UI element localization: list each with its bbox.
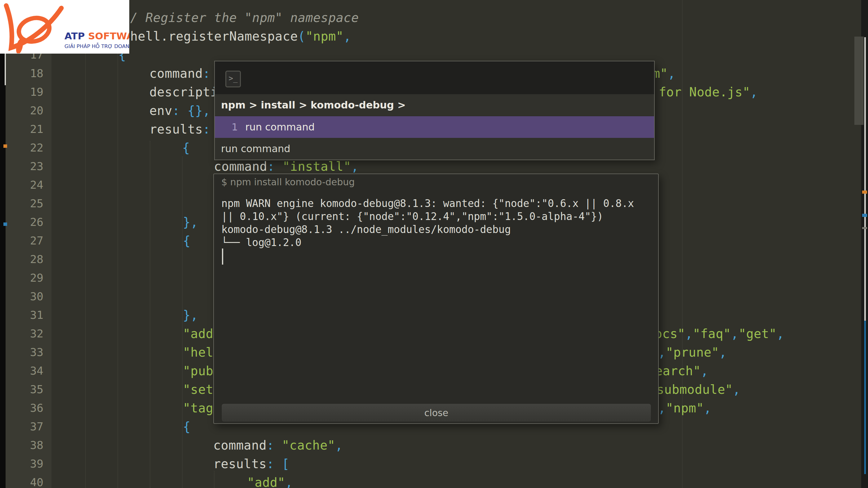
- line-number: 25: [6, 194, 43, 213]
- code-token: },: [183, 215, 198, 229]
- code-token: "install": [282, 159, 351, 173]
- code-token: command: [149, 66, 203, 80]
- code-token: "prune": [666, 345, 719, 359]
- code-line: ,"npm",: [658, 399, 711, 417]
- line-number: 26: [6, 213, 43, 231]
- code-token: "npm": [305, 29, 343, 43]
- code-token: ocs": [655, 327, 685, 341]
- right-scrollbar-thumb[interactable]: [855, 37, 864, 125]
- palette-item-selected[interactable]: 1run command: [215, 116, 654, 138]
- code-token: "tag: [183, 401, 213, 415]
- logo-word-software: SOFTWARE: [85, 30, 129, 41]
- code-token: (: [298, 29, 306, 43]
- code-token: ,: [685, 327, 693, 341]
- line-number: 34: [6, 362, 43, 380]
- code-token: ,: [731, 327, 739, 341]
- code-line: for Node.js",: [659, 83, 758, 101]
- command-palette-popup: >_ npm > install > komodo-debug > 1run c…: [214, 61, 655, 160]
- line-number: 33: [6, 343, 43, 362]
- code-token: ,: [719, 345, 727, 359]
- code-token: :: [173, 103, 188, 118]
- line-number: 37: [6, 417, 43, 436]
- line-number: 21: [6, 120, 43, 138]
- logo-wordmark: ATP SOFTWARE: [64, 30, 129, 41]
- code-token: "set: [183, 382, 213, 397]
- indent-guide: [85, 46, 86, 488]
- code-line: earch",: [655, 362, 708, 380]
- code-line: {: [183, 231, 191, 250]
- code-token: earch": [655, 364, 701, 378]
- code-token: command: [214, 159, 267, 173]
- scroll-marker-orange: [862, 191, 867, 194]
- line-number: 18: [6, 64, 43, 83]
- palette-item-label: run command: [245, 121, 315, 133]
- line-number: 35: [6, 380, 43, 399]
- scrollbar-indicator-line: [864, 37, 866, 321]
- scrollbar-indicator-blue: [864, 321, 866, 474]
- palette-item-index: 1: [231, 121, 238, 133]
- code-line: results:: [149, 120, 211, 138]
- line-number: 39: [6, 455, 43, 473]
- change-marker-blue: [3, 223, 7, 226]
- code-token: ,: [343, 29, 351, 43]
- code-token: {: [182, 141, 190, 155]
- code-token: results: [149, 122, 203, 136]
- left-scrollbar-thumb[interactable]: [5, 51, 6, 85]
- code-line: ocs","faq","get",: [655, 324, 784, 343]
- palette-item-label: run command: [221, 143, 290, 155]
- code-token: :: [203, 122, 211, 136]
- logo-word-atp: ATP: [64, 30, 85, 41]
- line-number: 19: [6, 83, 43, 101]
- code-token: results: [213, 457, 267, 471]
- code-token: "add: [183, 327, 213, 341]
- code-token: ,: [733, 382, 741, 397]
- code-token: m": [653, 66, 668, 80]
- atp-logo-mark: [2, 1, 64, 53]
- code-line: "set: [183, 380, 213, 399]
- atp-software-logo: ATP SOFTWARE GIẢI PHÁP HỖ TRỢ DOANH NGHI…: [0, 0, 129, 54]
- close-button[interactable]: close: [221, 403, 651, 422]
- line-number: 23: [6, 157, 43, 176]
- code-token: / Register the "npm" namespace: [130, 10, 359, 25]
- code-token: ,: [777, 327, 784, 341]
- breadcrumb: npm > install > komodo-debug >: [215, 94, 654, 116]
- code-token: ,: [750, 85, 758, 99]
- line-number: 24: [6, 176, 43, 194]
- logo-tagline: GIẢI PHÁP HỖ TRỢ DOANH NGHIỆP: [64, 43, 129, 49]
- code-token: :: [267, 438, 282, 452]
- line-number: 36: [6, 399, 43, 417]
- code-token: submodule": [657, 382, 733, 397]
- code-token: "npm": [666, 401, 704, 415]
- code-token: },: [183, 308, 198, 322]
- code-token: :: [203, 66, 211, 80]
- indent-guide: [150, 141, 150, 488]
- code-line: / Register the "npm" namespace: [130, 8, 359, 27]
- code-line: "add",: [247, 473, 293, 488]
- code-line: {: [183, 417, 191, 436]
- code-line: command: "cache",: [213, 436, 343, 455]
- terminal-prompt: $ npm install komodo-debug: [221, 176, 354, 188]
- code-line: results: [: [213, 455, 289, 473]
- line-number: 22: [6, 138, 43, 157]
- code-token: "cache": [282, 438, 335, 452]
- code-token: ,: [704, 401, 712, 415]
- code-token: ,: [335, 438, 343, 452]
- command-input-bar[interactable]: >_: [215, 61, 654, 94]
- code-token: ,: [285, 475, 293, 488]
- line-number: 20: [6, 101, 43, 120]
- code-token: ,: [668, 66, 676, 80]
- code-line: "tag: [183, 399, 213, 417]
- line-number: 31: [6, 306, 43, 324]
- code-token: ,: [658, 345, 666, 359]
- line-number: 40: [6, 473, 43, 488]
- close-button-label: close: [424, 408, 448, 418]
- line-number: 32: [6, 324, 43, 343]
- line-number: 30: [6, 287, 43, 306]
- line-number: 27: [6, 231, 43, 250]
- change-marker-orange: [3, 144, 7, 148]
- code-line: env: {},: [149, 101, 211, 120]
- code-token: "add": [247, 475, 285, 488]
- code-token: ,: [351, 159, 359, 173]
- line-number: 29: [6, 269, 43, 287]
- palette-item[interactable]: run command: [215, 138, 654, 160]
